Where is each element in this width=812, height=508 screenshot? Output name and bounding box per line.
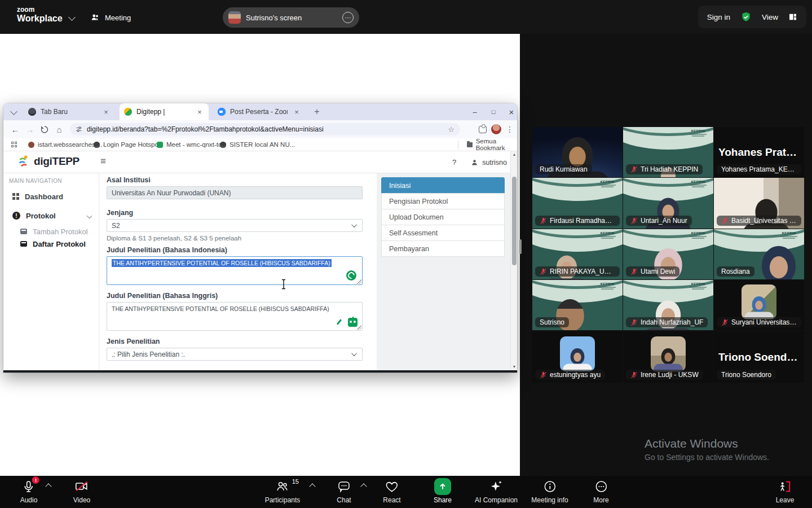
browser-menu-icon[interactable]: ⋮ <box>506 125 514 134</box>
home-icon[interactable]: ⌂ <box>52 125 67 134</box>
bookmark-favicon <box>220 142 226 148</box>
bookmark-star-icon[interactable]: ☆ <box>448 125 454 134</box>
new-tab-button[interactable]: + <box>310 103 324 120</box>
participant-tile[interactable]: Suryani Universitas A... <box>714 280 804 330</box>
participant-video-grid: Rudi Kurniawan KEPPIN Tri Hadiah KEPPIN … <box>532 127 804 383</box>
zoom-logo: zoom <box>17 6 34 14</box>
digitepp-logo[interactable]: digiTEPP <box>17 155 80 168</box>
video-grid-scrollbar[interactable] <box>519 239 522 254</box>
tab-meeting[interactable]: Meeting <box>90 10 131 25</box>
forward-icon[interactable]: → <box>23 125 37 134</box>
bookmark-item[interactable]: istart.webssearches.... <box>28 138 102 151</box>
bookmark-item[interactable]: Login Page Hotspot <box>94 138 160 151</box>
participant-tile[interactable]: KEPPIN Untari_An Nuur <box>623 178 713 229</box>
chevron-down-icon[interactable] <box>68 14 76 21</box>
toolbar-right-icons: ⋮ <box>479 121 514 137</box>
bookmark-item[interactable]: Meet - wmc-qnxt-tcc <box>157 138 225 151</box>
meeting-info-button[interactable]: Meeting info <box>531 479 568 504</box>
judul-en-textarea[interactable]: THE ANTIHYPERTENSIVE POTENTIAL OF ROSELL… <box>107 302 363 331</box>
shared-screen-pill[interactable]: Sutrisno's screen ⋯ <box>223 7 359 28</box>
participant-tile[interactable]: Basidt_Universitas an ... <box>714 178 804 229</box>
grammarly-pen-icon[interactable] <box>337 319 343 325</box>
ai-assistant-icon[interactable] <box>348 318 358 327</box>
chat-button[interactable]: Chat <box>337 479 351 504</box>
audio-options-chevron[interactable] <box>45 483 51 489</box>
participant-tile[interactable]: KEPPIN Tri Hadiah KEPPIN <box>623 127 713 177</box>
video-button[interactable]: Video <box>73 479 90 504</box>
presenter-avatar <box>228 11 241 24</box>
page-scrollbar[interactable]: ▲ ▼ <box>510 151 517 370</box>
participant-tile[interactable]: KEPPIN Indah Nurfazriah_UF <box>623 280 713 330</box>
participant-tile[interactable]: KEPPIN Sutrisno <box>532 280 623 330</box>
sign-in-button[interactable]: Sign in <box>707 13 730 21</box>
more-button[interactable]: More <box>593 479 608 504</box>
close-icon[interactable]: × <box>102 108 111 116</box>
extensions-icon[interactable] <box>479 126 487 133</box>
tab-favicon <box>124 108 132 116</box>
url-bar[interactable]: digitepp.id/beranda?tab=%2Fprotokol%2Fta… <box>70 123 460 135</box>
step-pembayaran[interactable]: Pembayaran <box>381 240 505 257</box>
participant-tile[interactable]: Rudi Kurniawan <box>532 127 623 177</box>
protokol-form: Asal Institusi Universitas An Nuur Purwo… <box>99 173 377 373</box>
tab-tab-baru[interactable]: Tab Baru × <box>24 103 115 120</box>
workplace-label[interactable]: Workplace <box>17 14 63 24</box>
participant-tile[interactable]: estuningtyas ayu <box>532 331 623 383</box>
participant-tile[interactable]: KEPPIN Utami Dewi <box>623 229 713 279</box>
leave-button[interactable]: Leave <box>776 479 795 504</box>
participant-tile[interactable]: Irene Ludji - UKSW <box>623 331 713 383</box>
tab-search-icon[interactable] <box>10 108 17 115</box>
keppin-logo: KEPPIN <box>690 231 707 239</box>
scroll-up-icon[interactable]: ▲ <box>511 152 518 156</box>
close-icon[interactable]: × <box>292 108 301 116</box>
step-pengisian-protokol[interactable]: Pengisian Protokol <box>381 193 505 209</box>
jenis-select[interactable]: .: Pilih Jenis Penelitian :. <box>107 348 363 361</box>
audio-button[interactable]: ! Audio <box>20 479 38 504</box>
user-menu[interactable]: sutrisno <box>471 159 507 167</box>
maximize-button[interactable]: □ <box>487 103 500 120</box>
resize-handle-icon[interactable] <box>357 325 361 330</box>
close-icon[interactable]: × <box>195 108 204 116</box>
sidebar-item-dashboard[interactable]: Dashboard <box>3 189 99 204</box>
reload-icon[interactable] <box>37 125 52 134</box>
participant-tile[interactable]: KEPPIN Firdausi Ramadhani_... <box>532 178 623 229</box>
participants-button[interactable]: 15 Participants <box>265 479 301 504</box>
all-bookmarks-button[interactable]: Semua Bookmark <box>467 138 517 151</box>
participant-tile[interactable]: Yohanes Pratam... Yohanes Pratama_KEPPIN <box>714 127 804 177</box>
pill-more-icon[interactable]: ⋯ <box>342 12 354 23</box>
grammarly-icon[interactable] <box>346 270 356 281</box>
sidebar-item-daftar-protokol[interactable]: Daftar Protokol <box>3 237 99 251</box>
participant-tile[interactable]: KEPPIN Rosdiana <box>714 229 804 279</box>
step-upload-dokumen[interactable]: Upload Dokumen <box>381 209 505 225</box>
view-button[interactable]: View <box>762 13 778 21</box>
react-button[interactable]: React <box>383 479 400 504</box>
jenjang-select[interactable]: S2 <box>107 219 363 232</box>
hamburger-icon[interactable]: ≡ <box>100 156 106 167</box>
participant-tile[interactable]: Triono Soendoro Triono Soendoro <box>714 331 804 383</box>
share-button[interactable]: Share <box>434 479 452 504</box>
meeting-tab-label: Meeting <box>105 14 131 22</box>
participant-tile[interactable]: KEPPIN RIRIN PAKAYA_UNIGO <box>532 229 623 279</box>
jenis-label: Jenis Penelitian <box>107 338 160 345</box>
chat-options-chevron[interactable] <box>360 483 367 489</box>
apps-grid-icon[interactable] <box>11 142 17 147</box>
help-button[interactable]: ? <box>452 158 456 167</box>
tab-digitepp[interactable]: Digitepp | × <box>120 103 209 120</box>
back-icon[interactable]: ← <box>8 125 23 134</box>
step-self-assesment[interactable]: Self Assesment <box>381 225 505 241</box>
sidebar-item-protokol[interactable]: ! Protokol <box>3 208 99 223</box>
profile-avatar[interactable] <box>491 124 501 134</box>
judul-id-textarea[interactable]: THE ANTIHYPERTENSIVE POTENTIAL OF ROSELL… <box>107 256 363 285</box>
keppin-logo: KEPPIN <box>690 180 707 187</box>
scrollbar-thumb[interactable] <box>512 177 517 265</box>
view-layout-icon[interactable] <box>788 12 797 21</box>
site-settings-icon[interactable] <box>76 126 82 133</box>
bookmark-item[interactable]: SISTER local AN NU... <box>220 138 295 151</box>
step-inisiasi[interactable]: Inisiasi <box>381 177 505 194</box>
scroll-down-icon[interactable]: ▼ <box>511 365 518 369</box>
participants-options-chevron[interactable] <box>309 483 315 489</box>
resize-handle-icon[interactable] <box>357 279 361 284</box>
window-close-button[interactable]: × <box>505 103 518 120</box>
minimize-button[interactable]: – <box>468 103 482 120</box>
tab-post-peserta[interactable]: Post Peserta - Zoom × <box>213 103 306 120</box>
ai-companion-button[interactable]: AI Companion <box>475 479 518 504</box>
